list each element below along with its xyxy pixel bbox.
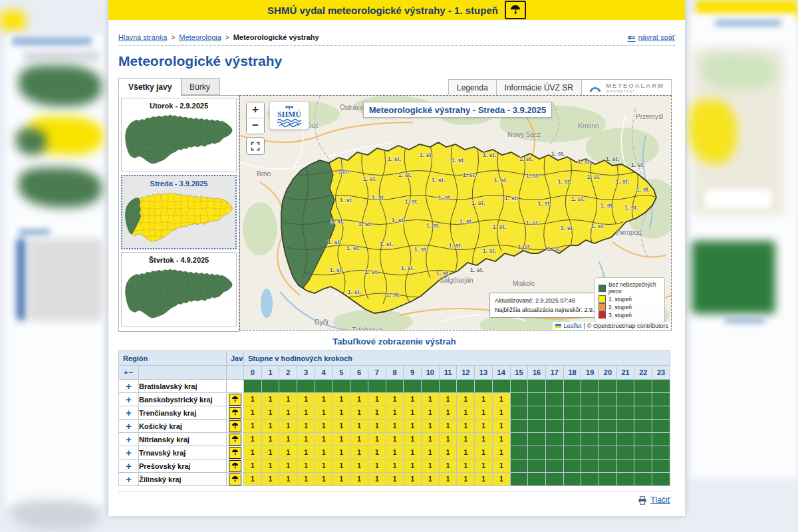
print-link[interactable]: Tlačiť (638, 495, 670, 505)
storm-icon[interactable] (227, 473, 244, 486)
breadcrumb-separator: > (171, 34, 175, 41)
expand-row-button[interactable]: + (119, 380, 139, 393)
warning-map[interactable]: OlomoucBrnoZlínOstravaNowy SączKrosnoPrz… (239, 95, 672, 331)
region-name: Žilinský kraj (139, 473, 227, 486)
level-cell: 1 (422, 393, 440, 406)
level-cell: 1 (439, 460, 457, 473)
level-cell: 1 (492, 420, 510, 433)
district-warning-label: 1. st. (330, 267, 344, 273)
day-card-wednesday[interactable]: Streda - 3.9.2025 (121, 175, 237, 249)
level-cell: 1 (457, 473, 475, 486)
expand-row-button[interactable]: + (119, 433, 139, 446)
district-warning-label: 1. st. (551, 150, 565, 157)
district-warning-label: 1. st. (547, 245, 561, 252)
shmu-logo[interactable]: SHMÚ (269, 101, 309, 130)
city-label: Tatabánya (352, 327, 382, 331)
fullscreen-button[interactable] (246, 137, 265, 155)
storm-icon[interactable] (227, 420, 244, 433)
level-cell (528, 393, 546, 406)
level-cell: 1 (439, 446, 457, 460)
level-cell: 1 (439, 473, 457, 486)
legend-button[interactable]: Legenda (448, 79, 497, 96)
breadcrumb-home-link[interactable]: Hlavná stránka (118, 33, 167, 41)
day-selector-panel: Utorok - 2.9.2025 Streda - 3.9.2025 Štvr… (118, 95, 239, 332)
hour-header-cell: 2 (279, 366, 297, 380)
storm-icon[interactable] (227, 433, 244, 446)
expand-row-button[interactable]: + (119, 393, 139, 406)
uvz-info-button[interactable]: Informácie ÚVZ SR (497, 79, 582, 96)
level-cell (616, 433, 634, 446)
region-name: Košický kraj (139, 420, 227, 433)
osm-attribution: © OpenStreetmap contributors (587, 323, 668, 329)
warning-banner[interactable]: SHMÚ vydal meteorologické výstrahy - 1. … (108, 0, 685, 20)
expand-collapse-all-button[interactable]: +− (119, 366, 139, 380)
level-cell: 1 (368, 460, 386, 473)
leaflet-link[interactable]: Leaflet (563, 323, 581, 329)
level-cell: 1 (386, 406, 404, 420)
level-cell: 1 (315, 460, 332, 473)
day-card-tuesday[interactable]: Utorok - 2.9.2025 (121, 98, 237, 172)
district-warning-label: 1. st. (414, 246, 428, 253)
level-cell: 1 (261, 460, 279, 473)
day-card-thursday[interactable]: Štvrtok - 4.9.2025 (121, 252, 237, 327)
level-cell (510, 406, 528, 420)
hour-header-cell: 11 (439, 366, 457, 380)
level-cell (599, 446, 617, 460)
column-header-jav: Jav (227, 351, 244, 366)
level-cell: 1 (404, 406, 422, 420)
table-row: +Bratislavský kraj (119, 380, 670, 393)
level-cell (563, 460, 581, 473)
expand-row-button[interactable]: + (119, 460, 139, 473)
district-warning-label: 1. st. (449, 242, 463, 249)
city-label: Krosno (578, 122, 599, 130)
print-row: Tlačiť (118, 491, 670, 505)
level-cell: 1 (422, 420, 440, 433)
map-zoom-control: + − (246, 102, 265, 134)
tab-all-phenomena[interactable]: Všetky javy (118, 78, 182, 96)
district-warning-label: 1. st. (591, 223, 605, 229)
level-cell (652, 473, 670, 486)
level-cell: 1 (244, 460, 262, 473)
level-cell (545, 446, 563, 460)
level-cell: 1 (261, 446, 279, 460)
zoom-in-button[interactable]: + (247, 102, 264, 118)
breadcrumb-meteorology-link[interactable]: Meteorológia (179, 33, 221, 41)
level-cell (368, 380, 386, 393)
level-cell: 1 (332, 406, 350, 420)
level-cell (616, 380, 634, 393)
breadcrumb: Hlavná stránka > Meteorológia > Meteorol… (118, 29, 675, 46)
expand-row-button[interactable]: + (119, 446, 139, 460)
level-cell: 1 (279, 473, 297, 486)
map-legend: Bez nebezpečných javov1. stupeň2. stupeň… (595, 277, 665, 323)
district-warning-label: 1. st. (624, 204, 638, 211)
table-row: +Trenčiansky kraj111111111111111 (119, 406, 670, 420)
expand-row-button[interactable]: + (119, 406, 139, 420)
level-cell: 1 (386, 420, 404, 433)
level-cell (332, 380, 350, 393)
level-cell (457, 380, 475, 393)
expand-row-button[interactable]: + (119, 420, 139, 433)
breadcrumb-separator: > (225, 34, 229, 41)
zoom-out-button[interactable]: − (247, 118, 264, 134)
level-cell: 1 (244, 446, 262, 460)
back-link[interactable]: ⇐ návrat späť (628, 32, 675, 43)
level-cell: 1 (350, 473, 368, 486)
tab-storms[interactable]: Búrky (180, 78, 220, 95)
level-cell: 1 (368, 406, 386, 420)
expand-row-button[interactable]: + (119, 473, 139, 486)
storm-icon[interactable] (227, 446, 244, 460)
meteoalarm-logo[interactable]: METEOALARM @EUMETNET (582, 79, 672, 96)
level-cell: 1 (315, 393, 332, 406)
storm-icon[interactable] (227, 460, 244, 473)
empty-header-cell (139, 366, 227, 380)
level-cell (616, 420, 634, 433)
storm-icon[interactable] (227, 406, 244, 420)
level-cell (634, 433, 652, 446)
storm-icon[interactable] (227, 393, 244, 406)
district-warning-label: 1. st. (606, 156, 620, 162)
level-cell: 1 (261, 406, 279, 420)
district-warning-label: 1. st. (483, 247, 497, 254)
level-cell (599, 433, 617, 446)
level-cell: 1 (332, 446, 350, 460)
level-cell: 1 (404, 446, 422, 460)
